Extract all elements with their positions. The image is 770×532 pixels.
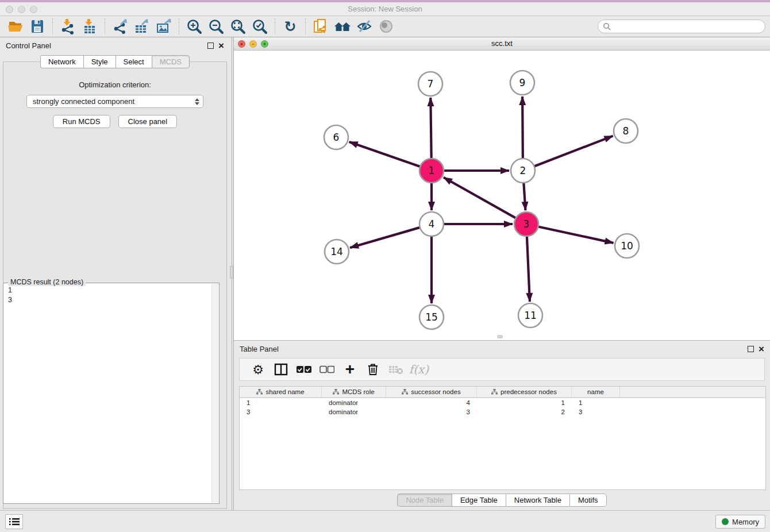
edge-3-11[interactable] — [527, 236, 530, 302]
tab-network-table[interactable]: Network Table — [506, 494, 569, 507]
node-1[interactable]: 1 — [419, 159, 444, 183]
network-hscroll-handle[interactable] — [497, 335, 503, 338]
edge-3-1[interactable] — [444, 178, 516, 218]
status-bar: Memory — [0, 510, 770, 532]
unselect-all-columns-button[interactable] — [317, 360, 337, 379]
column-header-name[interactable]: name — [572, 387, 620, 397]
export-network-button[interactable] — [109, 17, 131, 36]
delete-table-button[interactable] — [386, 360, 406, 379]
close-panel-button[interactable]: Close panel — [118, 115, 178, 128]
close-panel-icon[interactable]: × — [759, 346, 764, 352]
select-all-columns-button[interactable] — [294, 360, 314, 379]
node-6[interactable]: 6 — [324, 125, 348, 149]
float-panel-icon[interactable] — [748, 346, 754, 352]
import-table-button[interactable] — [79, 17, 101, 36]
save-session-button[interactable] — [26, 17, 48, 36]
node-3[interactable]: 3 — [514, 212, 538, 236]
node-10[interactable]: 10 — [615, 234, 639, 258]
tab-select[interactable]: Select — [116, 55, 152, 68]
delete-columns-button[interactable] — [363, 360, 383, 379]
function-builder-button[interactable]: f(x) — [409, 360, 429, 379]
trash-icon — [367, 363, 379, 376]
optimization-criterion-select[interactable]: strongly connected component — [26, 95, 203, 108]
mcds-result-scrollbar[interactable] — [211, 284, 218, 503]
network-view-window: × − + scc.txt 7968124314101511 — [233, 37, 770, 340]
tab-motifs[interactable]: Motifs — [569, 494, 607, 507]
network-graph[interactable]: 7968124314101511 — [234, 51, 770, 340]
column-header-predecessor-nodes[interactable]: predecessor nodes — [477, 387, 572, 397]
edge-1-7[interactable] — [430, 98, 431, 159]
window-controls[interactable] — [6, 6, 37, 13]
table-cell: 3 — [572, 407, 620, 417]
export-table-button[interactable] — [131, 17, 153, 36]
show-columns-button[interactable] — [271, 360, 291, 379]
network-window-titlebar[interactable]: × − + scc.txt — [234, 37, 770, 51]
node-4[interactable]: 4 — [419, 212, 444, 236]
tab-node-table[interactable]: Node Table — [397, 494, 452, 507]
minimize-window-icon[interactable] — [18, 6, 25, 13]
edge-3-10[interactable] — [538, 226, 614, 242]
search-icon — [603, 22, 611, 30]
table-row[interactable]: 1dominator411 — [240, 398, 765, 407]
node-table[interactable]: shared nameMCDS rolesuccessor nodesprede… — [239, 386, 766, 490]
mcds-result-list[interactable]: 13 — [5, 286, 211, 502]
import-network-button[interactable] — [57, 17, 79, 36]
column-type-icon — [256, 389, 263, 395]
toolbar-separator — [52, 18, 53, 34]
zoom-window-icon[interactable] — [30, 6, 37, 13]
open-folder-icon — [7, 18, 24, 34]
close-window-icon[interactable] — [6, 6, 13, 13]
birdseye-button[interactable] — [375, 17, 397, 36]
maximize-network-icon[interactable]: + — [261, 40, 268, 48]
node-2[interactable]: 2 — [511, 159, 535, 183]
home-button[interactable] — [332, 17, 353, 36]
zoom-out-button[interactable] — [205, 17, 227, 36]
node-11[interactable]: 11 — [518, 303, 542, 327]
node-8[interactable]: 8 — [614, 119, 638, 143]
zoom-in-button[interactable] — [183, 17, 205, 36]
node-label: 10 — [621, 240, 633, 252]
node-14[interactable]: 14 — [325, 240, 349, 264]
tab-mcds[interactable]: MCDS — [152, 55, 190, 68]
search-input[interactable] — [598, 20, 765, 33]
export-image-button[interactable] — [153, 17, 175, 36]
column-header-MCDS-role[interactable]: MCDS role — [322, 387, 386, 397]
table-settings-button[interactable]: ⚙ — [248, 360, 268, 379]
edge-1-6[interactable] — [349, 142, 421, 167]
edge-2-3[interactable] — [523, 183, 525, 210]
import-table-icon — [82, 18, 98, 34]
toggle-graphics-button[interactable] — [353, 17, 375, 36]
float-panel-icon[interactable] — [207, 43, 214, 49]
zoom-fit-button[interactable] — [227, 17, 249, 36]
run-mcds-button[interactable]: Run MCDS — [53, 115, 110, 128]
edge-4-14[interactable] — [350, 228, 420, 248]
network-canvas[interactable]: 7968124314101511 — [234, 51, 770, 340]
refresh-button[interactable]: ↻ — [279, 17, 301, 36]
table-row[interactable]: 3dominator323 — [240, 407, 765, 417]
clone-network-button[interactable] — [310, 17, 332, 36]
minimize-network-icon[interactable]: − — [249, 40, 257, 48]
edge-2-8[interactable] — [534, 136, 613, 167]
column-header-successor-nodes[interactable]: successor nodes — [386, 387, 477, 397]
close-panel-icon[interactable]: × — [218, 43, 224, 49]
create-column-button[interactable]: + — [340, 360, 360, 379]
homes-icon — [334, 18, 351, 34]
search-field-wrap — [598, 20, 765, 33]
tab-style[interactable]: Style — [83, 55, 116, 68]
column-header-shared-name[interactable]: shared name — [240, 387, 322, 397]
tab-network[interactable]: Network — [40, 55, 83, 68]
zoom-in-icon — [186, 18, 202, 34]
zoom-selected-button[interactable] — [249, 17, 271, 36]
node-label: 9 — [519, 77, 526, 88]
tab-edge-table[interactable]: Edge Table — [452, 494, 506, 507]
clone-network-icon — [313, 18, 329, 34]
node-7[interactable]: 7 — [418, 72, 442, 96]
task-history-button[interactable] — [5, 514, 23, 529]
open-session-button[interactable] — [5, 17, 26, 36]
edge-2-9[interactable] — [522, 97, 523, 159]
memory-button[interactable]: Memory — [715, 515, 765, 529]
node-9[interactable]: 9 — [510, 71, 534, 95]
table-body: 1dominator4113dominator323 — [240, 398, 765, 417]
node-15[interactable]: 15 — [419, 305, 444, 329]
close-network-icon[interactable]: × — [238, 40, 245, 48]
